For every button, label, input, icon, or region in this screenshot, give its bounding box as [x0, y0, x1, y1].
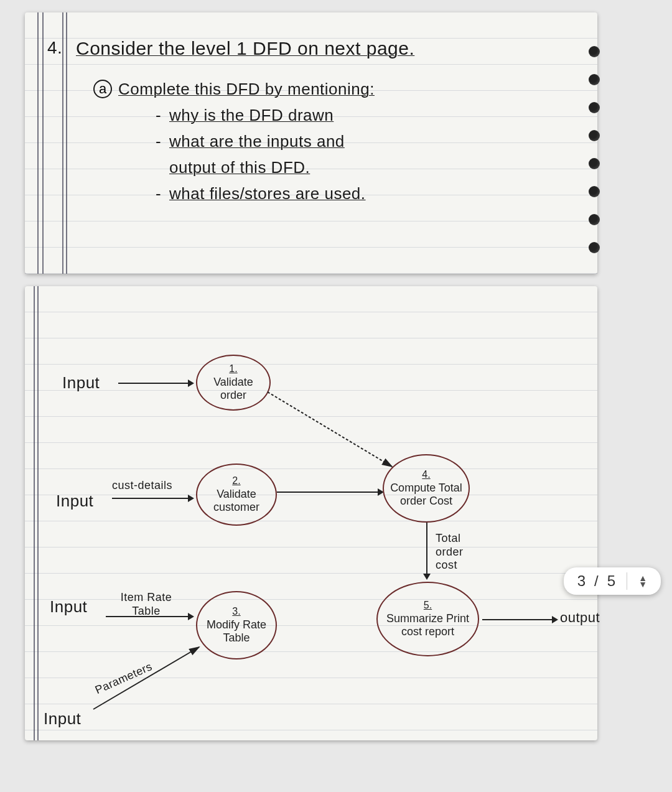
bullet-dash: - — [156, 106, 161, 125]
ruled-lines — [25, 286, 597, 740]
process-1-num: 1. — [229, 363, 237, 375]
margin-line — [34, 286, 35, 740]
input-2-flow-label: cust-details — [112, 479, 172, 493]
process-1-validate-order: 1. Validate order — [196, 355, 271, 411]
margin-line — [42, 12, 44, 274]
process-5-summarize-report: 5. Summarize Print cost report — [376, 582, 479, 656]
arrow-in3-p3 — [106, 616, 193, 617]
bullet-dash: - — [156, 132, 161, 151]
margin-line — [66, 12, 67, 274]
process-4-name: Compute Total order Cost — [386, 482, 466, 508]
notebook-page-bottom: Input 1. Validate order Input cust-detai… — [25, 286, 597, 740]
arrow-p2-p4 — [277, 492, 383, 493]
page-counter: 3 / 5 ▲ ▼ — [564, 567, 661, 595]
arrow-p4-p5 — [426, 523, 427, 579]
page-counter-divider — [627, 572, 627, 590]
part-a-text: Complete this DFD by mentioning: — [118, 80, 375, 99]
arrow-in2-p2 — [112, 498, 193, 499]
page-sep: / — [594, 572, 599, 590]
page-stepper[interactable]: ▲ ▼ — [638, 575, 647, 587]
input-2-label: Input — [56, 492, 93, 511]
input-4-label: Input — [44, 709, 81, 729]
page-current: 3 — [577, 572, 586, 590]
input-1-label: Input — [62, 373, 100, 393]
process-2-num: 2. — [232, 475, 240, 487]
arrow-p5-output — [482, 619, 557, 620]
spiral-binding — [582, 37, 601, 261]
bullet-3: what files/stores are used. — [169, 184, 366, 203]
bullet-dash: - — [156, 184, 161, 203]
flow-p4-p5-label: Total order cost — [436, 532, 485, 572]
bullet-1: why is the DFD drawn — [169, 106, 334, 125]
notebook-page-top: 4. Consider the level 1 DFD on next page… — [25, 12, 597, 274]
input-3-label: Input — [50, 597, 87, 617]
process-5-num: 5. — [424, 600, 432, 611]
process-2-name: Validate customer — [200, 488, 273, 514]
bullet-2-line2: output of this DFD. — [169, 158, 310, 177]
page-total: 5 — [607, 572, 615, 590]
process-1-name: Validate order — [200, 376, 267, 402]
process-4-compute-cost: 4. Compute Total order Cost — [383, 454, 470, 523]
bullet-2-line1: what are the inputs and — [169, 132, 345, 151]
chevron-down-icon[interactable]: ▼ — [638, 581, 647, 587]
arrow-in1-p1 — [118, 383, 193, 384]
input-3-flow-label: Item Rate Table — [106, 591, 187, 618]
part-a-label: a — [93, 80, 112, 98]
process-2-validate-customer: 2. Validate customer — [196, 464, 277, 526]
process-5-name: Summarize Print cost report — [380, 612, 475, 638]
process-3-modify-rate-table: 3. Modify Rate Table — [196, 591, 277, 659]
process-3-name: Modify Rate Table — [200, 618, 273, 645]
question-number: 4. — [47, 37, 62, 58]
question-title: Consider the level 1 DFD on next page. — [76, 37, 414, 60]
margin-line — [37, 12, 39, 274]
process-4-num: 4. — [422, 469, 430, 480]
margin-line — [37, 286, 39, 740]
output-label: output — [560, 610, 600, 626]
process-3-num: 3. — [232, 606, 240, 617]
